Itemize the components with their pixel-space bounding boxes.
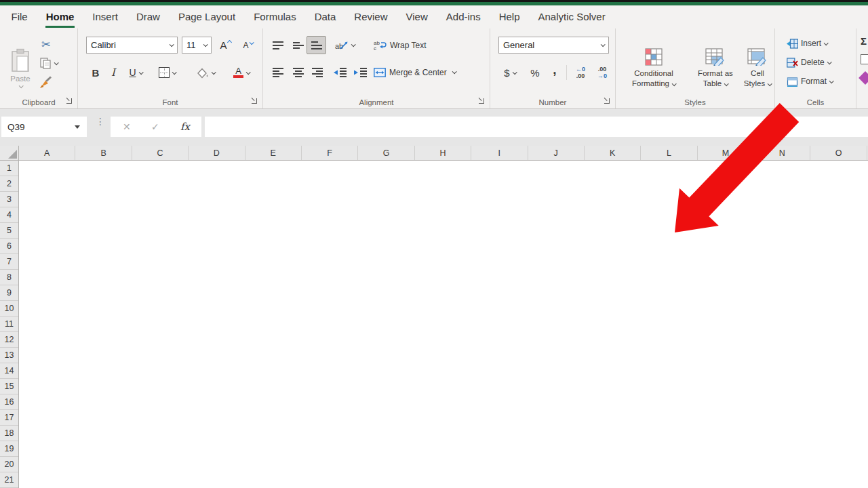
row-header-18[interactable]: 18 bbox=[0, 426, 18, 441]
row-header-8[interactable]: 8 bbox=[0, 270, 18, 285]
italic-button[interactable]: I bbox=[105, 64, 121, 81]
enter-icon[interactable]: ✓ bbox=[151, 121, 159, 132]
tab-add-ins[interactable]: Add-ins bbox=[437, 5, 490, 28]
cut-button[interactable]: ✂ bbox=[37, 35, 55, 53]
select-all-corner[interactable] bbox=[0, 146, 19, 160]
row-header-6[interactable]: 6 bbox=[0, 239, 18, 254]
font-dialog-launcher-icon[interactable] bbox=[250, 97, 258, 104]
row-header-4[interactable]: 4 bbox=[0, 207, 18, 223]
name-box[interactable]: Q39 bbox=[1, 117, 87, 137]
row-header-2[interactable]: 2 bbox=[0, 176, 18, 192]
format-cells-button[interactable]: Format bbox=[783, 74, 836, 89]
tab-home[interactable]: Home bbox=[37, 5, 83, 28]
conditional-formatting-button[interactable]: Conditional Formatting bbox=[618, 34, 689, 103]
fill-icon[interactable] bbox=[861, 54, 868, 64]
accounting-format-button[interactable]: $ bbox=[498, 64, 521, 81]
column-header-H[interactable]: H bbox=[415, 146, 471, 160]
column-header-K[interactable]: K bbox=[585, 146, 641, 160]
font-family-combobox[interactable]: Calibri bbox=[86, 37, 178, 54]
row-header-15[interactable]: 15 bbox=[0, 379, 18, 394]
tab-page-layout[interactable]: Page Layout bbox=[169, 5, 244, 28]
autosum-icon[interactable]: Σ bbox=[861, 35, 867, 47]
borders-button[interactable] bbox=[153, 64, 181, 81]
row-header-11[interactable]: 11 bbox=[0, 317, 18, 332]
center-button[interactable] bbox=[289, 64, 307, 81]
column-header-B[interactable]: B bbox=[75, 146, 132, 160]
copy-button[interactable] bbox=[36, 54, 62, 72]
font-size-combobox[interactable]: 11 bbox=[182, 37, 212, 54]
increase-indent-button[interactable] bbox=[351, 64, 370, 81]
clear-icon[interactable] bbox=[859, 71, 868, 85]
tab-data[interactable]: Data bbox=[305, 5, 345, 28]
row-header-9[interactable]: 9 bbox=[0, 285, 18, 301]
shrink-font-button[interactable]: A bbox=[238, 37, 258, 54]
column-header-O[interactable]: O bbox=[810, 146, 867, 160]
row-header-19[interactable]: 19 bbox=[0, 441, 18, 457]
comma-style-button[interactable]: , bbox=[547, 64, 562, 81]
column-header-L[interactable]: L bbox=[641, 146, 697, 160]
fill-color-button[interactable] bbox=[191, 64, 219, 81]
row-header-10[interactable]: 10 bbox=[0, 301, 18, 317]
bold-button[interactable]: B bbox=[87, 64, 104, 81]
number-format-combobox[interactable]: General bbox=[498, 37, 609, 54]
column-header-E[interactable]: E bbox=[245, 146, 302, 160]
row-header-20[interactable]: 20 bbox=[0, 457, 18, 472]
row-header-17[interactable]: 17 bbox=[0, 410, 18, 426]
row-header-16[interactable]: 16 bbox=[0, 394, 18, 410]
align-right-button[interactable] bbox=[308, 64, 326, 81]
tab-draw[interactable]: Draw bbox=[127, 5, 169, 28]
delete-cells-button[interactable]: Delete bbox=[783, 55, 834, 70]
orientation-button[interactable]: ab bbox=[331, 37, 358, 54]
sheet-canvas[interactable] bbox=[19, 161, 868, 488]
alignment-dialog-launcher-icon[interactable] bbox=[477, 97, 485, 104]
column-header-N[interactable]: N bbox=[754, 146, 810, 160]
decrease-indent-button[interactable] bbox=[331, 64, 349, 81]
top-align-button[interactable] bbox=[269, 37, 287, 54]
row-header-21[interactable]: 21 bbox=[0, 472, 18, 488]
font-color-button[interactable]: A bbox=[227, 64, 256, 81]
insert-cells-button[interactable]: Insert bbox=[783, 36, 831, 51]
decrease-decimal-button[interactable]: .00 →0 bbox=[592, 64, 612, 81]
format-as-table-button[interactable]: Format as Table bbox=[690, 34, 741, 103]
row-header-3[interactable]: 3 bbox=[0, 192, 18, 207]
number-dialog-launcher-icon[interactable] bbox=[603, 97, 610, 104]
increase-decimal-button[interactable]: ←0 .00 bbox=[570, 64, 591, 81]
paste-button[interactable]: Paste bbox=[5, 34, 35, 102]
tab-review[interactable]: Review bbox=[345, 5, 397, 28]
align-left-button[interactable] bbox=[269, 64, 287, 81]
format-painter-button[interactable] bbox=[37, 73, 55, 91]
tab-analytic-solver[interactable]: Analytic Solver bbox=[529, 5, 614, 28]
merge-center-button[interactable]: Merge & Center bbox=[373, 64, 481, 81]
row-header-12[interactable]: 12 bbox=[0, 332, 18, 348]
column-header-I[interactable]: I bbox=[471, 146, 528, 160]
bottom-align-button[interactable] bbox=[307, 36, 326, 54]
underline-button[interactable]: U bbox=[123, 64, 149, 81]
column-header-F[interactable]: F bbox=[302, 146, 358, 160]
tab-view[interactable]: View bbox=[397, 5, 437, 28]
insert-function-icon[interactable]: fx bbox=[180, 121, 190, 133]
wrap-text-button[interactable]: ab c Wrap Text bbox=[373, 37, 448, 54]
column-header-A[interactable]: A bbox=[19, 146, 75, 160]
tab-formulas[interactable]: Formulas bbox=[245, 5, 306, 28]
row-header-1[interactable]: 1 bbox=[0, 161, 18, 176]
clipboard-dialog-launcher-icon[interactable] bbox=[65, 97, 73, 104]
column-header-G[interactable]: G bbox=[358, 146, 414, 160]
column-header-J[interactable]: J bbox=[528, 146, 585, 160]
row-header-13[interactable]: 13 bbox=[0, 348, 18, 363]
row-header-5[interactable]: 5 bbox=[0, 223, 18, 239]
row-header-7[interactable]: 7 bbox=[0, 254, 18, 270]
formula-input[interactable] bbox=[205, 117, 868, 137]
cancel-icon[interactable]: ✕ bbox=[123, 121, 131, 132]
tab-file[interactable]: File bbox=[2, 5, 37, 28]
tab-help[interactable]: Help bbox=[490, 5, 529, 28]
formula-bar-handle-icon[interactable]: ⋮ bbox=[96, 119, 105, 124]
grow-font-button[interactable]: A bbox=[216, 37, 235, 54]
column-header-M[interactable]: M bbox=[698, 146, 754, 160]
percent-style-button[interactable]: % bbox=[526, 64, 545, 81]
column-header-D[interactable]: D bbox=[189, 146, 245, 160]
row-header-14[interactable]: 14 bbox=[0, 363, 18, 379]
cell-styles-button[interactable]: Cell Styles bbox=[742, 34, 773, 103]
middle-align-button[interactable] bbox=[289, 37, 307, 54]
column-header-C[interactable]: C bbox=[132, 146, 189, 160]
tab-insert[interactable]: Insert bbox=[83, 5, 127, 28]
